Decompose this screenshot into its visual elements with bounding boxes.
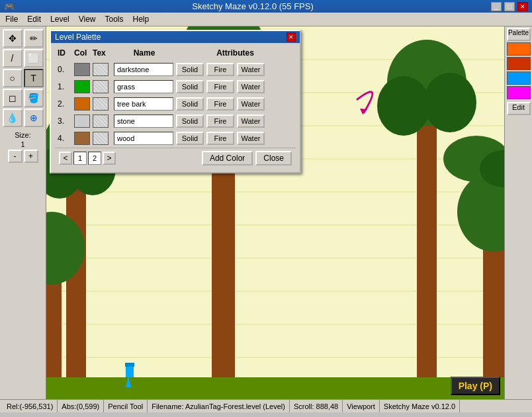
row-4-fire[interactable]: Fire — [206, 132, 234, 145]
menu-file[interactable]: File — [1, 13, 22, 25]
palette-row-0: 0. darkstone Solid Fire Water — [55, 62, 296, 77]
row-2-fire[interactable]: Fire — [206, 97, 234, 111]
svg-rect-33 — [125, 363, 134, 367]
palette-label[interactable]: Palette — [507, 28, 531, 41]
palette-row-3: 3. stone Solid Fire Water — [55, 113, 296, 129]
page-prev-button[interactable]: < — [59, 152, 72, 165]
status-version: Sketchy Maze v0.12.0 — [380, 400, 460, 412]
dialog-content: ID Col Tex Name Attributes 0. darkstone … — [51, 43, 300, 172]
close-dialog-button[interactable]: Close — [255, 151, 292, 165]
row-0-water[interactable]: Water — [237, 63, 265, 76]
dialog-title-bar[interactable]: Level Palette ✕ — [51, 31, 300, 43]
row-2-tex — [93, 97, 109, 111]
row-3-water[interactable]: Water — [237, 115, 265, 128]
size-decrease-button[interactable]: - — [8, 150, 22, 163]
status-viewport: Viewport — [343, 400, 380, 412]
eraser-tool[interactable]: ◻ — [3, 89, 22, 107]
close-button[interactable]: ✕ — [517, 2, 528, 11]
left-toolbar: ✥ ✏ / ⬜ ○ T ◻ 🪣 💧 ⊕ Size: 1 - + — [0, 26, 46, 399]
menu-tools[interactable]: Tools — [101, 13, 128, 25]
row-1-fire[interactable]: Fire — [206, 80, 234, 93]
menu-help[interactable]: Help — [129, 13, 154, 25]
level-palette-dialog: Level Palette ✕ ID Col Tex Name Attribut… — [50, 30, 301, 173]
menu-level[interactable]: Level — [46, 13, 73, 25]
color-swatch-2[interactable] — [507, 71, 531, 85]
row-1-solid[interactable]: Solid — [176, 80, 204, 93]
color-swatch-0[interactable] — [507, 42, 531, 56]
canvas-area[interactable]: Level Palette ✕ ID Col Tex Name Attribut… — [46, 26, 504, 399]
row-3-fire[interactable]: Fire — [206, 115, 234, 128]
pencil-tool[interactable]: ✏ — [24, 29, 44, 48]
toolbar-row-5: 💧 ⊕ — [3, 109, 44, 127]
row-3-color[interactable] — [74, 115, 90, 128]
header-name: Name — [111, 48, 177, 58]
zoom-tool[interactable]: ⊕ — [24, 109, 44, 127]
row-4-name: wood — [114, 132, 173, 145]
move-tool[interactable]: ✥ — [3, 29, 22, 48]
toolbar-row-2: / ⬜ — [3, 49, 44, 68]
svg-point-22 — [377, 76, 430, 136]
status-tool: Pencil Tool — [104, 400, 148, 412]
fill-tool[interactable]: 🪣 — [24, 89, 44, 107]
row-0-name: darkstone — [114, 63, 173, 76]
color-swatch-1[interactable] — [507, 57, 531, 70]
window-icon: 🎮 — [4, 1, 15, 11]
svg-rect-20 — [417, 93, 437, 377]
minimize-button[interactable]: _ — [491, 2, 502, 11]
title-bar: 🎮 Sketchy Maze v0.12.0 (55 FPS) _ □ ✕ — [0, 0, 532, 13]
row-2-solid[interactable]: Solid — [176, 97, 204, 111]
toolbar-row-3: ○ T — [3, 69, 44, 87]
row-2-color[interactable] — [74, 97, 90, 111]
dropper-tool[interactable]: 💧 — [3, 109, 22, 127]
line-tool[interactable]: / — [3, 49, 22, 68]
row-0-fire[interactable]: Fire — [206, 63, 234, 76]
dialog-header-row: ID Col Tex Name Attributes — [55, 47, 296, 59]
rect-select-tool[interactable]: ⬜ — [24, 49, 44, 68]
main-layout: ✥ ✏ / ⬜ ○ T ◻ 🪣 💧 ⊕ Size: 1 - + — [0, 26, 532, 399]
color-swatch-3[interactable] — [507, 86, 531, 99]
svg-rect-31 — [126, 365, 134, 377]
row-4-color[interactable] — [74, 132, 90, 145]
status-abs: Abs:(0,599) — [58, 400, 104, 412]
row-1-water[interactable]: Water — [237, 80, 265, 93]
window-controls: _ □ ✕ — [491, 2, 528, 11]
toolbar-row-4: ◻ 🪣 — [3, 89, 44, 107]
right-panel: Palette Edit — [504, 26, 532, 399]
size-value: 1 — [21, 140, 24, 148]
row-0-color[interactable] — [74, 63, 90, 76]
header-attrs: Attributes — [177, 48, 293, 58]
row-0-solid[interactable]: Solid — [176, 63, 204, 76]
row-4-solid[interactable]: Solid — [176, 132, 204, 145]
page-2-button[interactable]: 2 — [88, 152, 101, 165]
dialog-title-text: Level Palette — [55, 32, 101, 42]
dialog-close-button[interactable]: ✕ — [287, 32, 296, 42]
text-tool[interactable]: T — [24, 69, 44, 87]
row-0-tex — [93, 63, 109, 76]
edit-button[interactable]: Edit — [507, 102, 531, 115]
row-1-name: grass — [114, 80, 173, 93]
row-1-id: 1. — [58, 82, 74, 91]
status-scroll: Scroll: 888,48 — [290, 400, 343, 412]
size-controls: - + — [8, 150, 38, 163]
palette-row-1: 1. grass Solid Fire Water — [55, 79, 296, 95]
row-2-water[interactable]: Water — [237, 97, 265, 111]
page-next-button[interactable]: > — [103, 152, 116, 165]
window-title: Sketchy Maze v0.12.0 (55 FPS) — [15, 1, 491, 11]
size-increase-button[interactable]: + — [24, 150, 38, 163]
menu-edit[interactable]: Edit — [23, 13, 45, 25]
dialog-footer: < 1 2 > Add Color Close — [55, 148, 296, 168]
row-0-id: 0. — [58, 65, 74, 74]
footer-buttons: Add Color Close — [202, 151, 292, 165]
header-id: ID — [58, 48, 74, 58]
menu-view[interactable]: View — [75, 13, 100, 25]
row-3-solid[interactable]: Solid — [176, 115, 204, 128]
add-color-button[interactable]: Add Color — [202, 151, 253, 165]
row-1-color[interactable] — [74, 80, 90, 93]
row-4-water[interactable]: Water — [237, 132, 265, 145]
page-1-button[interactable]: 1 — [73, 152, 87, 165]
maximize-button[interactable]: □ — [504, 2, 515, 11]
row-2-name: tree bark — [114, 97, 173, 111]
ellipse-tool[interactable]: ○ — [3, 69, 22, 87]
play-button[interactable]: Play (P) — [451, 377, 500, 395]
palette-row-4: 4. wood Solid Fire Water — [55, 130, 296, 146]
